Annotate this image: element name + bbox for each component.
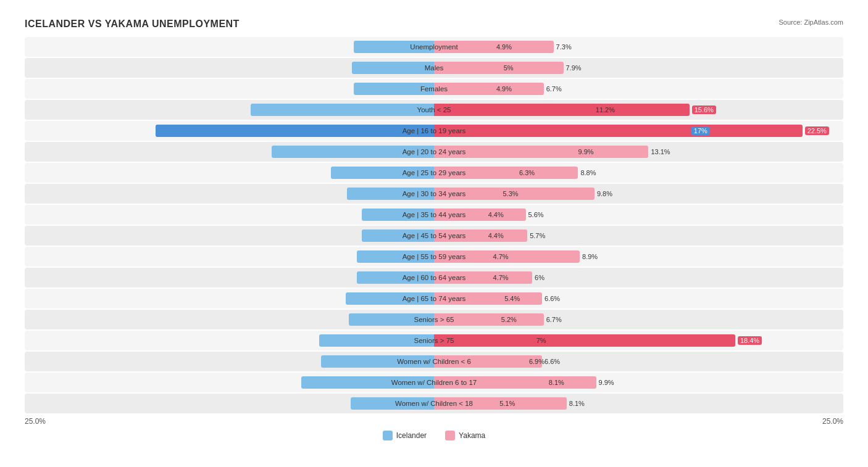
- bar-row: 5.4%6.6%Age | 65 to 74 years: [25, 289, 843, 308]
- left-value: 4.9%: [496, 85, 512, 93]
- bar-area: 4.7%8.9%Age | 55 to 59 years: [25, 247, 843, 267]
- right-value: 6.7%: [546, 85, 562, 93]
- center-label: Youth < 25: [417, 106, 451, 114]
- bar-row: 4.4%5.6%Age | 35 to 44 years: [25, 205, 843, 225]
- bar-row: 4.9%6.7%Females: [25, 79, 843, 99]
- chart-body: 4.9%7.3%Unemployment5%7.9%Males4.9%6.7%F…: [25, 37, 843, 413]
- legend-icelander-label: Icelander: [396, 431, 427, 440]
- bar-row: 9.9%13.1%Age | 20 to 24 years: [25, 142, 843, 162]
- bar-area: 4.7%6%Age | 60 to 64 years: [25, 268, 843, 287]
- left-value: 8.1%: [549, 379, 564, 386]
- left-value: 6.9%: [529, 358, 545, 365]
- bar-row: 17%22.5%Age | 16 to 19 years: [25, 121, 843, 141]
- center-label: Women w/ Children 6 to 17: [391, 379, 477, 386]
- center-label: Age | 25 to 29 years: [403, 169, 466, 176]
- left-value: 5.1%: [499, 400, 515, 407]
- right-value: 9.8%: [597, 190, 612, 197]
- right-value: 9.9%: [599, 379, 614, 386]
- bar-row: 11.2%15.6%Youth < 25: [25, 100, 843, 120]
- right-value: 7.9%: [566, 64, 582, 72]
- right-value: 7.3%: [556, 43, 572, 51]
- center-label: Age | 20 to 24 years: [403, 148, 466, 155]
- x-axis-right: 25.0%: [822, 417, 843, 426]
- bar-area: 4.4%5.7%Age | 45 to 54 years: [25, 226, 843, 246]
- right-value: 22.5%: [805, 126, 829, 135]
- bar-area: 5.3%9.8%Age | 30 to 34 years: [25, 184, 843, 204]
- center-label: Seniors > 75: [414, 337, 454, 344]
- left-value: 4.4%: [488, 211, 504, 218]
- bar-area: 17%22.5%Age | 16 to 19 years: [25, 121, 843, 141]
- left-value: 9.9%: [578, 148, 593, 155]
- left-bar: [352, 62, 434, 74]
- right-value: 6.6%: [545, 295, 560, 302]
- legend-color-yakama: [445, 431, 455, 440]
- bar-area: 5.2%6.7%Seniors > 65: [25, 310, 843, 329]
- x-axis: 25.0% 25.0%: [25, 417, 843, 426]
- left-value: 5.2%: [501, 316, 517, 323]
- left-value: 5.3%: [503, 190, 518, 197]
- left-value: 4.9%: [496, 43, 512, 51]
- left-value: 4.7%: [493, 253, 509, 260]
- chart-header: ICELANDER VS YAKAMA UNEMPLOYMENT Source:…: [25, 19, 843, 30]
- chart-container: ICELANDER VS YAKAMA UNEMPLOYMENT Source:…: [12, 12, 856, 453]
- bar-area: 4.4%5.6%Age | 35 to 44 years: [25, 205, 843, 225]
- bar-area: 6.9%6.6%Women w/ Children < 6: [25, 352, 843, 371]
- chart-source: Source: ZipAtlas.com: [778, 19, 843, 26]
- center-label: Women w/ Children < 18: [395, 400, 473, 407]
- bar-row: 4.7%8.9%Age | 55 to 59 years: [25, 247, 843, 267]
- bar-row: 5%7.9%Males: [25, 58, 843, 78]
- bar-area: 5.1%8.1%Women w/ Children < 18: [25, 394, 843, 413]
- left-value: 7%: [536, 337, 546, 344]
- center-label: Women w/ Children < 6: [397, 358, 471, 365]
- bar-area: 4.9%7.3%Unemployment: [25, 37, 843, 57]
- right-value: 8.8%: [580, 169, 596, 176]
- bar-area: 4.9%6.7%Females: [25, 79, 843, 99]
- right-value: 6%: [535, 274, 545, 281]
- left-value: 4.4%: [488, 232, 504, 239]
- right-value: 18.4%: [738, 336, 762, 345]
- bar-area: 5%7.9%Males: [25, 58, 843, 78]
- right-value: 6.6%: [545, 358, 560, 365]
- left-bar: [156, 125, 434, 137]
- left-value: 11.2%: [596, 106, 615, 114]
- left-value: 17%: [691, 126, 710, 135]
- bar-row: 6.3%8.8%Age | 25 to 29 years: [25, 163, 843, 183]
- bar-area: 5.4%6.6%Age | 65 to 74 years: [25, 289, 843, 308]
- right-bar: [434, 62, 564, 74]
- center-label: Age | 30 to 34 years: [403, 190, 466, 197]
- legend: Icelander Yakama: [25, 431, 843, 440]
- bar-area: 7%18.4%Seniors > 75: [25, 331, 843, 350]
- right-bar: [434, 104, 690, 116]
- center-label: Females: [420, 85, 448, 93]
- bar-row: 5.1%8.1%Women w/ Children < 18: [25, 394, 843, 413]
- bar-area: 9.9%13.1%Age | 20 to 24 years: [25, 142, 843, 162]
- legend-icelander: Icelander: [383, 431, 427, 440]
- right-bar: [434, 334, 735, 347]
- right-value: 6.7%: [546, 316, 562, 323]
- center-label: Age | 55 to 59 years: [403, 253, 466, 260]
- bar-area: 6.3%8.8%Age | 25 to 29 years: [25, 163, 843, 183]
- right-value: 8.1%: [569, 400, 585, 407]
- legend-color-icelander: [383, 431, 393, 440]
- bar-row: 8.1%9.9%Women w/ Children 6 to 17: [25, 373, 843, 392]
- center-label: Seniors > 65: [414, 316, 454, 323]
- left-value: 6.3%: [519, 169, 535, 176]
- center-label: Unemployment: [410, 43, 457, 51]
- right-value: 5.7%: [530, 232, 545, 239]
- center-label: Males: [425, 64, 444, 72]
- chart-title: ICELANDER VS YAKAMA UNEMPLOYMENT: [25, 19, 240, 30]
- center-label: Age | 35 to 44 years: [403, 211, 466, 218]
- right-value: 13.1%: [651, 148, 670, 155]
- legend-yakama: Yakama: [445, 431, 485, 440]
- center-label: Age | 45 to 54 years: [403, 232, 466, 239]
- x-axis-left: 25.0%: [25, 417, 46, 426]
- bar-row: 7%18.4%Seniors > 75: [25, 331, 843, 350]
- right-value: 5.6%: [528, 211, 544, 218]
- bar-row: 5.3%9.8%Age | 30 to 34 years: [25, 184, 843, 204]
- bar-row: 6.9%6.6%Women w/ Children < 6: [25, 352, 843, 371]
- right-value: 8.9%: [582, 253, 598, 260]
- bar-row: 5.2%6.7%Seniors > 65: [25, 310, 843, 329]
- left-value: 4.7%: [493, 274, 509, 281]
- bar-row: 4.9%7.3%Unemployment: [25, 37, 843, 57]
- bar-area: 11.2%15.6%Youth < 25: [25, 100, 843, 120]
